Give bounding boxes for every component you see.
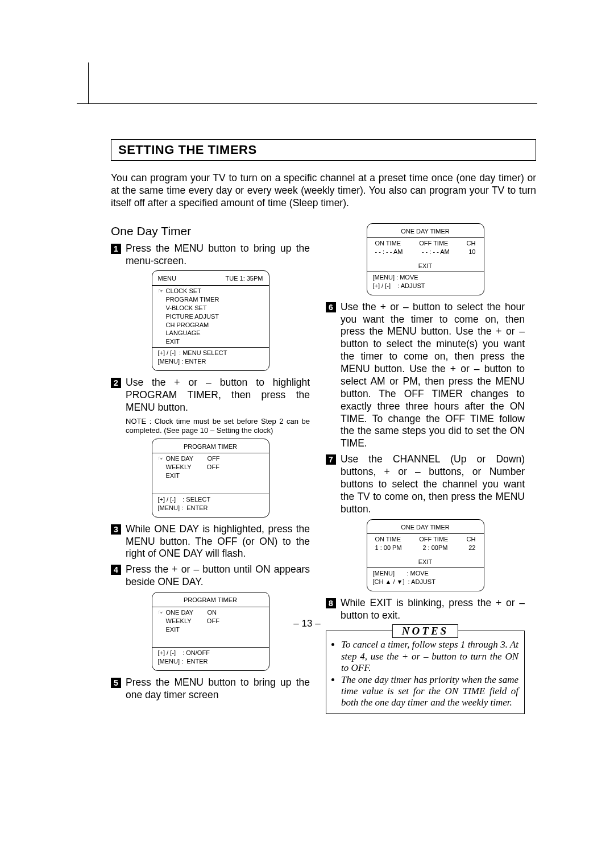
step-number-icon: 3 [111, 524, 121, 535]
left-column: One Day Timer 1 Press the MENU button to… [111, 221, 310, 714]
notes-box: NOTES To cancel a timer, follow steps 1 … [326, 631, 525, 713]
step-number-icon: 6 [326, 302, 336, 312]
step-number-icon: 8 [326, 598, 336, 608]
note-item: The one day timer has priority when the … [341, 674, 518, 709]
osd-controls: [MENU] : MOVE[CH ▲ / ▼] : ADJUST [373, 569, 478, 586]
note-item: To cancel a timer, follow steps 1 throug… [341, 639, 518, 674]
osd-one-day-timer-blank: ONE DAY TIMER ON TIME OFF TIME CH - - : … [367, 223, 484, 295]
pointer-icon: ☞ [158, 608, 166, 617]
right-column: ONE DAY TIMER ON TIME OFF TIME CH - - : … [326, 221, 525, 714]
step-2: 2 Use the + or – button to highlight PRO… [111, 377, 310, 414]
step-text: While ONE DAY is highlighted, press the … [126, 523, 310, 561]
osd-main-menu: MENU TUE 1: 35PM ☞CLOCK SET PROGRAM TIME… [152, 270, 269, 370]
step-5: 5 Press the MENU button to bring up the … [111, 677, 310, 702]
page-number: – 13 – [0, 618, 614, 629]
step-4: 4 Press the + or – button until ON appea… [111, 564, 310, 589]
step-text: Use the CHANNEL (Up or Down) buttons, + … [341, 453, 525, 515]
step-text: Press the MENU button to bring up the on… [126, 677, 310, 702]
header-rule [77, 103, 537, 104]
step-text: Use the + or – button to highlight PROGR… [126, 377, 310, 414]
step-number-icon: 1 [111, 244, 121, 254]
subsection-heading: One Day Timer [111, 224, 310, 238]
osd-controls: [MENU] : MOVE[+] / [-] : ADJUST [373, 273, 478, 290]
osd-controls: [+] / [-] : ON/OFF[MENU] : ENTER [158, 649, 263, 666]
osd-controls: [+] / [-] : MENU SELECT[MENU] : ENTER [158, 349, 263, 366]
step-6: 6 Use the + or – button to select the ho… [326, 301, 525, 450]
pointer-icon: ☞ [158, 287, 166, 295]
section-title: SETTING THE TIMERS [111, 139, 536, 161]
osd-header-left: MENU [158, 274, 176, 283]
step-3: 3 While ONE DAY is highlighted, press th… [111, 523, 310, 561]
osd-controls: [+] / [-] : SELECT[MENU] : ENTER [158, 495, 263, 512]
crop-mark [88, 62, 89, 103]
step-text: Use the + or – button to select the hour… [341, 301, 525, 450]
step-number-icon: 5 [111, 678, 121, 688]
step-1: 1 Press the MENU button to bring up the … [111, 243, 310, 268]
step-note: NOTE : Clock time must be set before Ste… [126, 417, 310, 435]
osd-header-right: TUE 1: 35PM [225, 274, 263, 283]
step-number-icon: 2 [111, 378, 121, 388]
osd-program-timer-on: PROGRAM TIMER ☞ONE DAY ON WEEKLY OFF EXI… [152, 592, 269, 671]
osd-one-day-timer-set: ONE DAY TIMER ON TIME OFF TIME CH 1 : 00… [367, 519, 484, 591]
step-7: 7 Use the CHANNEL (Up or Down) buttons, … [326, 453, 525, 515]
intro-paragraph: You can program your TV to turn on a spe… [111, 172, 536, 210]
step-text: Press the + or – button until ON appears… [126, 564, 310, 589]
step-number-icon: 4 [111, 565, 121, 575]
step-text: Press the MENU button to bring up the me… [126, 243, 310, 268]
pointer-icon: ☞ [158, 454, 166, 463]
manual-page: SETTING THE TIMERS You can program your … [0, 0, 614, 868]
osd-program-timer-off: PROGRAM TIMER ☞ONE DAY OFF WEEKLY OFF EX… [152, 439, 269, 518]
step-number-icon: 7 [326, 454, 336, 465]
two-column-layout: One Day Timer 1 Press the MENU button to… [111, 221, 536, 714]
